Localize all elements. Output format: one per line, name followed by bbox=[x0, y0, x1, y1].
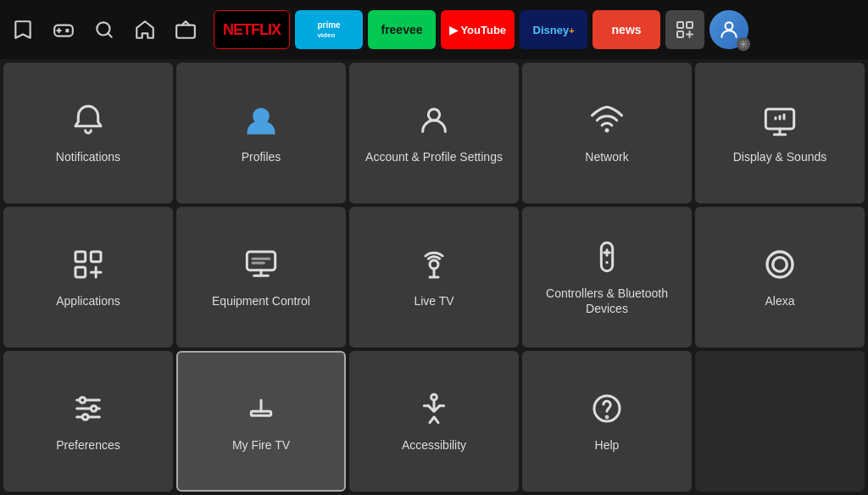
svg-point-27 bbox=[606, 416, 608, 418]
apps-icon bbox=[70, 246, 107, 283]
freevee-label: freevee bbox=[381, 23, 422, 36]
svg-point-20 bbox=[773, 258, 787, 272]
person-icon bbox=[415, 102, 453, 139]
controllers-bluetooth-tile[interactable]: Controllers & Bluetooth Devices bbox=[522, 207, 692, 348]
svg-point-21 bbox=[80, 398, 86, 403]
disney-plus-tile[interactable]: Disney+ bbox=[520, 10, 587, 49]
empty-tile bbox=[695, 351, 865, 492]
remote-icon bbox=[588, 238, 626, 275]
network-tile[interactable]: Network bbox=[522, 63, 692, 203]
wifi-icon bbox=[588, 102, 626, 139]
svg-point-19 bbox=[767, 252, 793, 277]
live-tv-label: Live TV bbox=[407, 293, 460, 309]
all-apps-tile[interactable] bbox=[665, 10, 704, 49]
avatar bbox=[709, 10, 748, 49]
applications-tile[interactable]: Applications bbox=[3, 207, 173, 348]
gamepad-icon[interactable] bbox=[51, 17, 76, 42]
svg-point-10 bbox=[605, 128, 609, 132]
sliders-icon bbox=[70, 390, 107, 427]
svg-point-23 bbox=[82, 414, 88, 420]
svg-rect-13 bbox=[91, 252, 101, 262]
notifications-tile[interactable]: Notifications bbox=[3, 63, 173, 203]
svg-point-22 bbox=[91, 406, 97, 412]
display-sounds-label: Display & Sounds bbox=[726, 149, 834, 164]
antenna-icon bbox=[415, 246, 453, 283]
svg-rect-15 bbox=[247, 252, 275, 270]
equipment-control-tile[interactable]: Equipment Control bbox=[176, 207, 346, 348]
search-icon[interactable] bbox=[92, 17, 117, 42]
svg-rect-17 bbox=[601, 242, 612, 270]
freevee-tile[interactable]: freevee bbox=[368, 10, 436, 49]
svg-point-18 bbox=[605, 261, 608, 264]
my-fire-tv-tile[interactable]: My Fire TV bbox=[176, 351, 346, 492]
home-icon[interactable] bbox=[132, 17, 158, 42]
svg-rect-2 bbox=[176, 25, 195, 38]
profile-avatar-tile[interactable] bbox=[709, 10, 748, 49]
news-label: news bbox=[612, 23, 642, 36]
nav-icons-group bbox=[10, 17, 198, 42]
svg-rect-12 bbox=[75, 252, 86, 262]
svg-point-6 bbox=[726, 22, 733, 30]
display-icon bbox=[761, 102, 798, 139]
alexa-icon bbox=[761, 246, 798, 283]
preferences-label: Preferences bbox=[49, 437, 126, 453]
svg-point-7 bbox=[743, 43, 745, 46]
top-navigation: NETFLIX primevideo freevee ▶ YouTube Dis… bbox=[0, 0, 868, 59]
netflix-label: NETFLIX bbox=[223, 21, 281, 39]
account-profile-tile[interactable]: Account & Profile Settings bbox=[349, 63, 519, 203]
display-sounds-tile[interactable]: Display & Sounds bbox=[695, 63, 865, 203]
youtube-tile[interactable]: ▶ YouTube bbox=[441, 10, 515, 49]
accessibility-label: Accessibility bbox=[395, 437, 473, 453]
account-label: Account & Profile Settings bbox=[359, 149, 509, 164]
netflix-tile[interactable]: NETFLIX bbox=[214, 10, 290, 49]
preferences-tile[interactable]: Preferences bbox=[3, 351, 173, 492]
profiles-icon bbox=[242, 102, 280, 139]
tv-monitor-icon bbox=[242, 246, 280, 283]
notifications-label: Notifications bbox=[49, 149, 127, 164]
network-label: Network bbox=[578, 149, 635, 164]
svg-rect-4 bbox=[687, 22, 693, 28]
bell-icon bbox=[70, 102, 107, 139]
svg-rect-14 bbox=[75, 267, 86, 277]
help-icon bbox=[588, 390, 626, 427]
help-tile[interactable]: Help bbox=[522, 351, 692, 492]
controllers-label: Controllers & Bluetooth Devices bbox=[522, 286, 692, 316]
accessibility-tile[interactable]: Accessibility bbox=[349, 351, 519, 492]
live-tv-tile[interactable]: Live TV bbox=[349, 207, 519, 348]
prime-video-tile[interactable]: primevideo bbox=[295, 10, 363, 49]
svg-rect-5 bbox=[677, 31, 683, 37]
settings-grid: Notifications Profiles Account & Profile… bbox=[0, 59, 868, 495]
alexa-tile[interactable]: Alexa bbox=[695, 207, 865, 348]
applications-label: Applications bbox=[49, 293, 127, 309]
tv-icon[interactable] bbox=[173, 17, 198, 42]
profiles-label: Profiles bbox=[235, 149, 288, 164]
accessibility-icon bbox=[415, 390, 453, 427]
prime-label: primevideo bbox=[317, 20, 340, 39]
profiles-tile[interactable]: Profiles bbox=[176, 63, 346, 203]
firetv-icon bbox=[242, 390, 280, 427]
alexa-label: Alexa bbox=[758, 293, 801, 309]
app-tiles-group: NETFLIX primevideo freevee ▶ YouTube Dis… bbox=[214, 10, 858, 49]
svg-point-9 bbox=[428, 109, 439, 120]
news-tile[interactable]: news bbox=[593, 10, 660, 49]
settings-gear-badge bbox=[737, 37, 750, 51]
bookmark-icon[interactable] bbox=[10, 17, 36, 42]
equipment-control-label: Equipment Control bbox=[205, 293, 317, 309]
svg-rect-3 bbox=[677, 22, 683, 28]
disney-label: Disney+ bbox=[533, 24, 575, 36]
youtube-label: ▶ YouTube bbox=[449, 24, 506, 36]
help-label: Help bbox=[588, 437, 626, 453]
my-fire-tv-label: My Fire TV bbox=[225, 437, 297, 453]
